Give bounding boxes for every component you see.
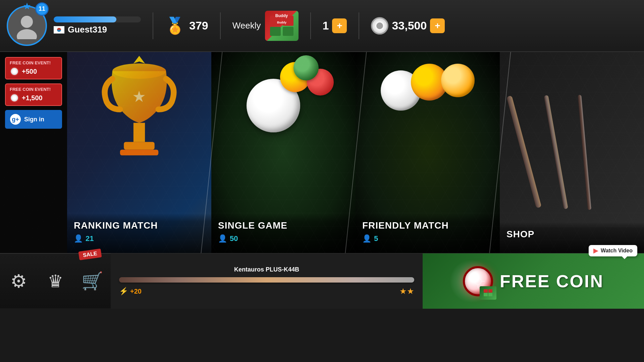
event2-title: FREE COIN EVENT! bbox=[10, 87, 57, 92]
coin-group: 33,500 + bbox=[371, 17, 445, 35]
ticket-count: 1 bbox=[323, 19, 329, 32]
free-coin-label: FREE COIN bbox=[500, 271, 604, 291]
cue-name: Kentauros PLUS-K44B bbox=[119, 266, 414, 273]
free-coin-button[interactable]: ▶ Watch Video bbox=[423, 253, 644, 309]
single-game-panel[interactable]: SINGLE GAME 👤 50 bbox=[211, 52, 356, 253]
weekly-group: Weekly Buddy bbox=[232, 11, 299, 41]
top-bar: 11 ★ Guest319 🏅 379 Weekly bbox=[0, 0, 644, 52]
divider-2 bbox=[220, 12, 221, 39]
svg-rect-9 bbox=[124, 142, 154, 150]
svg-point-16 bbox=[475, 278, 481, 285]
shop-panel[interactable]: SHOP bbox=[500, 52, 644, 253]
event1-amount: +500 bbox=[22, 68, 37, 75]
shop-button[interactable]: SALE 🛒 bbox=[74, 253, 111, 309]
weekly-label: Weekly bbox=[232, 20, 261, 31]
svg-rect-4 bbox=[270, 27, 281, 36]
svg-rect-21 bbox=[484, 289, 488, 293]
friendly-match-players: 👤 5 bbox=[362, 234, 493, 243]
level-badge: 11 bbox=[35, 2, 49, 16]
friendly-match-panel[interactable]: FRIENDLY MATCH 👤 5 bbox=[356, 52, 500, 253]
svg-text:★: ★ bbox=[132, 88, 146, 105]
game-panels: ★ RANKING MATCH 👤 21 bbox=[67, 52, 644, 253]
google-signin-button[interactable]: g+ Sign in bbox=[5, 110, 62, 129]
event2-amount-group: +1,500 bbox=[10, 93, 57, 103]
ranking-match-label-area: RANKING MATCH 👤 21 bbox=[67, 214, 211, 253]
ranking-match-title: RANKING MATCH bbox=[74, 220, 205, 231]
svg-rect-8 bbox=[133, 123, 145, 142]
friendly-match-label-area: FRIENDLY MATCH 👤 5 bbox=[356, 214, 500, 253]
xp-bar-container bbox=[54, 16, 141, 22]
event2-amount: +1,500 bbox=[22, 94, 43, 102]
add-coin-button[interactable]: + bbox=[430, 18, 445, 33]
single-game-count: 50 bbox=[230, 234, 238, 243]
watch-video-label: Watch Video bbox=[601, 248, 633, 254]
flag-korea bbox=[54, 26, 64, 34]
svg-rect-24 bbox=[488, 293, 492, 296]
svg-rect-13 bbox=[506, 96, 542, 208]
left-sidebar: FREE COIN EVENT! +500 FREE COIN EVENT! +… bbox=[0, 52, 67, 253]
ranking-match-players: 👤 21 bbox=[74, 234, 205, 243]
panels-wrapper: ★ RANKING MATCH 👤 21 bbox=[67, 52, 644, 253]
player-info: Guest319 bbox=[54, 16, 141, 35]
ranking-match-panel[interactable]: ★ RANKING MATCH 👤 21 bbox=[67, 52, 211, 253]
level-number: 11 bbox=[39, 5, 45, 12]
svg-rect-15 bbox=[578, 95, 591, 210]
friendly-match-count: 5 bbox=[374, 234, 378, 243]
chip-icon bbox=[371, 17, 388, 35]
cue-power-group: ⚡ +20 bbox=[119, 287, 142, 296]
free-coin-event-2[interactable]: FREE COIN EVENT! +1,500 bbox=[5, 83, 62, 106]
event1-title: FREE COIN EVENT! bbox=[10, 60, 57, 65]
bottom-bar: ⚙ ♛ SALE 🛒 Kentauros PLUS-K44B ⚡ +20 ★★ … bbox=[0, 253, 644, 308]
svg-rect-14 bbox=[544, 95, 568, 209]
event1-amount-group: +500 bbox=[10, 67, 57, 76]
weekly-box: Buddy bbox=[265, 11, 299, 41]
event1-chip-icon bbox=[10, 67, 19, 76]
svg-rect-5 bbox=[283, 27, 293, 36]
divider-1 bbox=[153, 12, 153, 39]
vip-button[interactable]: ♛ bbox=[37, 253, 74, 309]
event2-chip-icon bbox=[10, 93, 19, 103]
svg-text:Buddy: Buddy bbox=[277, 21, 286, 24]
free-coin-event-1[interactable]: FREE COIN EVENT! +500 bbox=[5, 57, 62, 79]
ranking-match-count: 21 bbox=[86, 234, 94, 243]
svg-rect-10 bbox=[120, 149, 158, 155]
free-coin-chip bbox=[463, 266, 493, 296]
cart-icon: 🛒 bbox=[82, 271, 103, 291]
add-ticket-button[interactable]: + bbox=[332, 18, 347, 33]
rank-score-group: 🏅 379 bbox=[165, 16, 208, 35]
avatar-container: 11 ★ bbox=[7, 6, 47, 46]
lightning-icon: ⚡ bbox=[119, 287, 128, 296]
svg-marker-11 bbox=[133, 56, 145, 63]
single-game-label-area: SINGLE GAME 👤 50 bbox=[211, 214, 356, 253]
shop-title: SHOP bbox=[506, 229, 637, 240]
svg-rect-23 bbox=[484, 293, 488, 296]
cue-stats: ⚡ +20 ★★ bbox=[119, 287, 414, 296]
play-icon: ▶ bbox=[593, 247, 598, 254]
xp-bar bbox=[54, 16, 116, 22]
svg-rect-22 bbox=[488, 289, 492, 293]
friendly-match-title: FRIENDLY MATCH bbox=[362, 220, 493, 231]
cue-power-value: +20 bbox=[130, 288, 142, 295]
ticket-group: 1 + bbox=[323, 18, 347, 33]
player-name: Guest319 bbox=[68, 24, 107, 35]
signin-label: Sign in bbox=[24, 116, 44, 123]
coin-count: 33,500 bbox=[392, 19, 427, 32]
svg-point-0 bbox=[21, 16, 33, 28]
divider-3 bbox=[310, 12, 311, 39]
settings-button[interactable]: ⚙ bbox=[0, 253, 37, 309]
rank-score: 379 bbox=[189, 19, 208, 32]
settings-icon: ⚙ bbox=[10, 270, 27, 292]
crown-icon: ♛ bbox=[48, 271, 63, 291]
single-game-players: 👤 50 bbox=[218, 234, 349, 243]
cue-item-area[interactable]: Kentauros PLUS-K44B ⚡ +20 ★★ bbox=[111, 253, 423, 309]
cue-visual bbox=[119, 277, 414, 283]
main-content: FREE COIN EVENT! +500 FREE COIN EVENT! +… bbox=[0, 52, 644, 253]
cue-stars: ★★ bbox=[399, 287, 414, 296]
watch-video-bubble[interactable]: ▶ Watch Video bbox=[589, 245, 637, 256]
svg-point-1 bbox=[17, 29, 37, 39]
single-player-icon: 👤 bbox=[218, 234, 227, 243]
divider-4 bbox=[359, 12, 359, 39]
level-star-icon: ★ bbox=[23, 1, 31, 12]
ranking-player-icon: 👤 bbox=[74, 234, 83, 243]
medal-icon: 🏅 bbox=[165, 16, 185, 35]
